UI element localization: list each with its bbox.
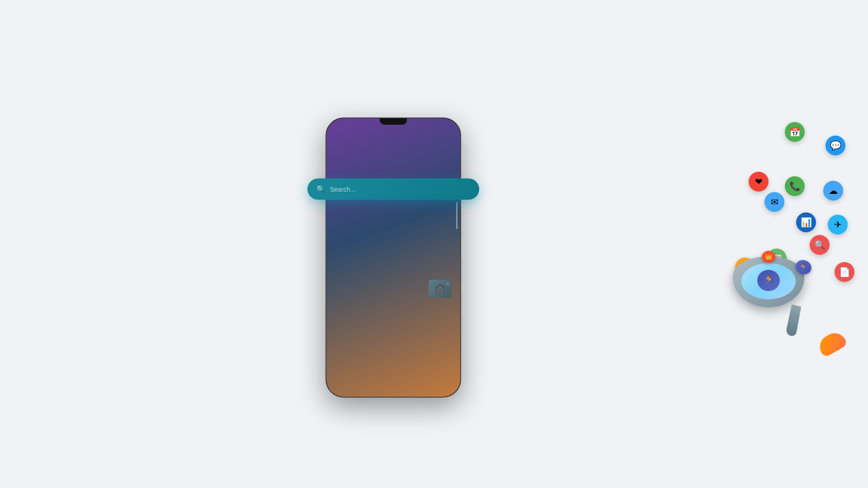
magnifier: 🏃 👑 🏃 bbox=[730, 256, 807, 307]
scrollbar bbox=[456, 202, 458, 229]
mail-icon: ✉ bbox=[771, 197, 778, 207]
search-bar[interactable]: 🔍 Search... bbox=[307, 178, 479, 200]
plane-icon: ✈ bbox=[834, 219, 842, 230]
magnifier-handle bbox=[785, 304, 801, 337]
chart-float-icon: 📊 bbox=[796, 212, 816, 232]
magnifier-center-icon: 🏃 bbox=[757, 270, 780, 291]
search-input[interactable]: Search... bbox=[330, 186, 470, 193]
magnifier-container: 🏃 👑 🏃 bbox=[732, 253, 832, 343]
search-bar-wrapper: 🔍 Search... bbox=[307, 178, 479, 200]
calendar-icon: 📅 bbox=[789, 127, 801, 137]
health-icon: ❤ bbox=[755, 176, 763, 187]
phone-screen-bg bbox=[326, 118, 460, 397]
search-float-icon: 🔍 bbox=[810, 235, 830, 255]
runner-icon: 🏃 bbox=[762, 275, 774, 286]
cloud-float-icon: ☁ bbox=[823, 181, 843, 201]
chat-float-icon: 💬 bbox=[826, 136, 845, 155]
crown-icon: 👑 bbox=[762, 251, 776, 263]
feed-image-icon: 🎧 bbox=[434, 283, 446, 294]
magnifier-lens: 🏃 bbox=[740, 263, 797, 299]
cloud-icon: ☁ bbox=[829, 185, 838, 196]
sports-icon-symbol: 🏃 bbox=[799, 263, 808, 271]
phone-float-icon: 📞 bbox=[785, 176, 805, 196]
crown-symbol: 👑 bbox=[765, 254, 772, 260]
sports-person-icon: 🏃 bbox=[795, 260, 812, 275]
search-bar-icon: 🔍 bbox=[316, 185, 326, 193]
calendar-float-icon: 📅 bbox=[785, 122, 805, 142]
feed-image-wrapper: 🎧 ✕ bbox=[429, 280, 451, 298]
message-icon: 💬 bbox=[830, 140, 841, 151]
feed-close-button[interactable]: ✕ bbox=[446, 282, 449, 286]
plane-float-icon: ✈ bbox=[828, 215, 848, 235]
search-icon: 🔍 bbox=[814, 239, 826, 250]
health-float-icon: ❤ bbox=[749, 172, 769, 192]
camera-notch bbox=[380, 118, 407, 125]
mail-float-icon: ✉ bbox=[764, 192, 784, 212]
phone-body: ▋▋▋ ≋ ▓▓▓ 08:08 🌤 25°C 👟 bbox=[326, 117, 461, 398]
phone-mockup: ▋▋▋ ≋ ▓▓▓ 08:08 🌤 25°C 👟 bbox=[326, 117, 470, 488]
chart-icon: 📊 bbox=[801, 217, 812, 228]
phone-icon: 📞 bbox=[789, 181, 801, 192]
docs-float-icon: 📄 bbox=[835, 262, 854, 282]
docs-icon: 📄 bbox=[839, 267, 850, 277]
